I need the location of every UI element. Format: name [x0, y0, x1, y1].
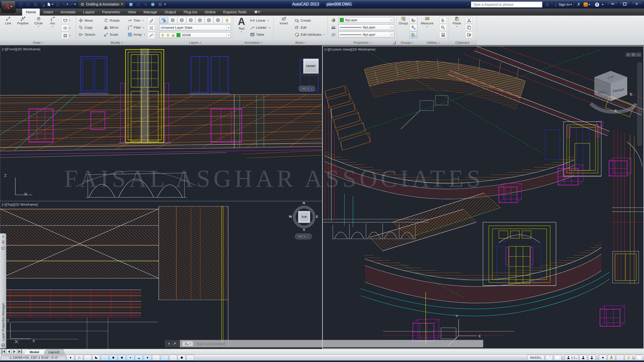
panel-title-draw[interactable]: Draw — [0, 40, 76, 45]
tab-manage[interactable]: Manage — [140, 9, 161, 16]
color-dropdown-icon[interactable] — [390, 17, 394, 23]
edit-attributes-tool[interactable]: Edit Attributes — [295, 31, 325, 37]
cut-tool[interactable] — [465, 17, 473, 24]
doc-restore-button[interactable] — [631, 53, 636, 57]
tab-layout1[interactable]: Layout1 — [43, 349, 65, 354]
overlap-objects-button[interactable] — [135, 1, 141, 8]
layer-combo[interactable]: 3DSB — [159, 32, 231, 38]
layer-freeze-icon[interactable] — [166, 33, 170, 37]
group-selection-toggle[interactable] — [410, 31, 417, 38]
panel-title-utilities[interactable]: Utilities — [418, 40, 449, 45]
open-button[interactable] — [25, 1, 31, 8]
circle-tool[interactable]: Circle — [32, 17, 45, 28]
undo-button[interactable] — [62, 1, 68, 8]
minimize-button[interactable] — [607, 1, 618, 7]
viewport-custom-label[interactable]: [+][Custom View][2D Wireframe] — [325, 48, 375, 51]
workspace-switching-button[interactable] — [599, 355, 607, 360]
wcs-menu-top[interactable]: WCS — [295, 234, 312, 239]
application-menu-button[interactable] — [1, 1, 16, 13]
linetype-icon[interactable] — [330, 32, 337, 38]
dynamic-ucs-toggle[interactable] — [135, 355, 143, 360]
viewport-front[interactable]: Z [+][Front][2D Wireframe] FRONT WCS — [0, 46, 322, 201]
tab-online[interactable]: Online — [201, 9, 219, 16]
compass-west-label[interactable]: W — [289, 215, 292, 218]
table-tool[interactable]: Table — [250, 31, 264, 37]
object-snap-3d-toggle[interactable] — [118, 355, 126, 360]
compass-north-label[interactable]: N — [303, 201, 305, 205]
save-button[interactable] — [32, 1, 39, 8]
select-similar-tool[interactable] — [439, 17, 447, 24]
layer-properties-button[interactable] — [159, 17, 168, 24]
command-input-area[interactable] — [180, 340, 483, 347]
polyline-tool[interactable]: Polyline — [15, 17, 31, 25]
tab-view[interactable]: View — [124, 9, 140, 16]
leader-tool[interactable]: Leader — [250, 24, 270, 30]
object-color-icon[interactable] — [330, 17, 337, 23]
model-space-button[interactable]: MODEL — [527, 355, 544, 360]
quick-view-layouts-button[interactable] — [545, 355, 553, 360]
wcs-menu-front[interactable]: WCS — [299, 86, 315, 92]
redo-button[interactable] — [69, 1, 76, 8]
status-menu-dropdown-icon[interactable] — [633, 355, 634, 360]
tab-plugins[interactable]: Plug-ins — [180, 9, 201, 16]
lineweight-combo[interactable]: ByLayer — [338, 24, 394, 30]
hatch-tool[interactable] — [61, 32, 70, 39]
mirror-tool[interactable]: Mirror — [104, 24, 118, 30]
palette-title[interactable]: Layer Properties Manager — [1, 252, 5, 341]
tab-layout[interactable]: Layout — [79, 9, 98, 16]
undo-dropdown-icon[interactable] — [66, 4, 68, 5]
new-button[interactable] — [18, 1, 24, 8]
rectangle-tool[interactable] — [61, 17, 70, 24]
erase-tool[interactable] — [147, 17, 155, 24]
layer-dropdown-icon[interactable] — [226, 32, 231, 38]
layer-state-combo[interactable]: Unsaved Layer State — [159, 25, 231, 30]
object-snap-tracking-toggle[interactable] — [127, 355, 134, 360]
snap-toggle[interactable] — [75, 355, 83, 360]
copy-tool[interactable]: Copy — [79, 24, 93, 30]
move-tool[interactable]: Move — [79, 17, 93, 23]
stretch-tool[interactable]: Stretch — [79, 31, 95, 37]
paste-tool[interactable]: Paste — [451, 17, 463, 28]
last-layout-button[interactable] — [17, 349, 23, 354]
scale-tool[interactable]: Scale — [104, 31, 118, 37]
blend-curves-tool[interactable] — [147, 32, 155, 39]
group-tool[interactable]: Group — [397, 17, 409, 25]
search-button[interactable] — [544, 1, 550, 8]
quick-select-tool[interactable] — [439, 24, 447, 31]
viewcube-top-compass[interactable]: TOP N W E S — [289, 202, 319, 232]
linetype-combo[interactable]: ByLayer — [338, 32, 394, 37]
panel-title-annotation[interactable]: Annotation — [233, 40, 273, 45]
command-input[interactable] — [196, 341, 481, 346]
isolate-objects-button[interactable] — [625, 355, 632, 360]
linetype-dropdown-icon[interactable] — [390, 32, 394, 37]
rotate-tool[interactable]: Rotate — [104, 17, 120, 23]
command-close-icon[interactable] — [168, 341, 170, 346]
annotation-monitor-button[interactable] — [142, 1, 149, 8]
quick-properties-toggle[interactable] — [169, 355, 177, 360]
group-add-remove-tool[interactable] — [410, 24, 417, 31]
dynamic-input-toggle[interactable] — [144, 355, 151, 360]
tab-annotate[interactable]: Annotate — [57, 9, 79, 16]
redo-dropdown-icon[interactable] — [74, 4, 76, 5]
infocenter-collapse-icon[interactable] — [467, 3, 469, 6]
doc-close-button[interactable] — [636, 53, 641, 57]
plot-preview-button[interactable] — [47, 1, 54, 8]
arc-tool[interactable]: Arc — [47, 17, 58, 28]
help-dropdown-icon[interactable] — [602, 4, 604, 5]
lineweight-icon[interactable] — [330, 24, 337, 31]
transparency-toggle[interactable] — [161, 355, 169, 360]
3d-cube-button[interactable] — [149, 1, 156, 8]
quick-calculator-tool[interactable] — [439, 31, 447, 38]
annotation-visibility-button[interactable] — [579, 355, 587, 360]
layer-freeze-button[interactable] — [214, 17, 222, 24]
viewcube-3d[interactable]: E S TOP LEFT FRONT — [588, 66, 638, 116]
trim-tool[interactable]: Trim — [128, 17, 144, 23]
coordinates-display[interactable]: -1.2305E+03, 130'-1 5/16", 0'-0" — [1, 355, 66, 360]
qat-customize-dropdown-icon[interactable] — [164, 4, 166, 5]
object-snap-toggle[interactable] — [109, 355, 117, 360]
layer-isolate-button[interactable] — [195, 17, 204, 24]
layer-on-icon[interactable] — [161, 33, 165, 37]
viewport-custom[interactable]: Y X [+][Custom View][2D Wireframe] E S T… — [322, 46, 644, 349]
autodesk-exchange-button[interactable] — [575, 1, 582, 8]
line-tool[interactable]: Line — [2, 17, 14, 25]
